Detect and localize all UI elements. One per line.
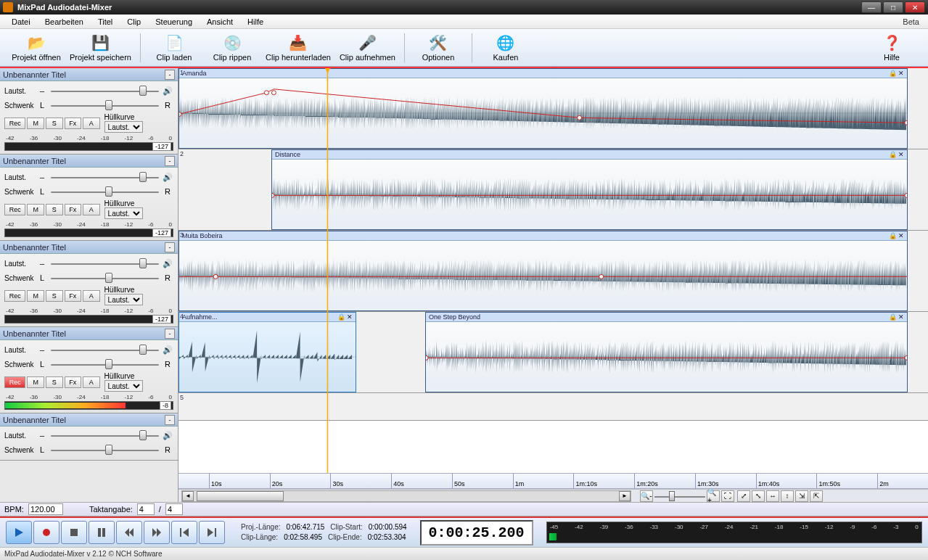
track-mute-button[interactable]: M xyxy=(27,376,44,388)
volume-slider[interactable] xyxy=(48,345,162,355)
track-record-button[interactable]: Rec xyxy=(4,118,25,129)
zoom-tool-1-button[interactable]: ⤡ xyxy=(752,490,765,502)
pause-button[interactable] xyxy=(89,521,115,544)
toolbar-help-button[interactable]: ❓Hilfe xyxy=(863,30,921,65)
menu-steuerung[interactable]: Steuerung xyxy=(148,16,200,28)
pan-slider[interactable] xyxy=(48,186,162,197)
horizontal-scrollbar[interactable]: ◄ ► xyxy=(181,490,631,502)
zoom-slider[interactable] xyxy=(654,491,705,501)
clip-lock-icon[interactable]: 🔒 xyxy=(889,313,897,321)
audio-clip[interactable]: Aufnahme...🔒✕ xyxy=(178,312,356,392)
zoom-tool-0-button[interactable]: ⤢ xyxy=(737,490,750,502)
speaker-icon[interactable]: 🔊 xyxy=(162,259,173,268)
takt-denominator-input[interactable] xyxy=(165,503,183,515)
envelope-select[interactable]: Lautst. xyxy=(104,121,143,133)
pan-slider[interactable] xyxy=(48,100,162,110)
audio-clip[interactable]: One Step Beyond🔒✕ xyxy=(425,312,908,392)
track-fx-button[interactable]: Fx xyxy=(65,118,82,129)
stop-button[interactable] xyxy=(61,521,87,544)
close-button[interactable]: ✕ xyxy=(905,1,925,13)
wave-track-1[interactable]: 1Amanda🔒✕ xyxy=(178,68,928,149)
audio-clip[interactable]: Distance🔒✕ xyxy=(271,149,908,230)
scroll-right-button[interactable]: ► xyxy=(619,491,631,501)
record-button[interactable] xyxy=(33,521,59,544)
track-solo-button[interactable]: S xyxy=(46,376,63,388)
track-mute-button[interactable]: M xyxy=(27,290,44,302)
envelope-select[interactable]: Lautst. xyxy=(104,294,143,305)
audio-clip[interactable]: Muita Bobeira🔒✕ xyxy=(178,231,908,311)
pan-slider[interactable] xyxy=(48,445,162,455)
toolbar-opt-button[interactable]: 🛠️Optionen xyxy=(409,30,467,65)
pan-slider[interactable] xyxy=(48,273,162,283)
track-record-button[interactable]: Rec xyxy=(4,376,25,388)
menu-ansicht[interactable]: Ansicht xyxy=(200,16,240,28)
scroll-thumb[interactable] xyxy=(197,491,284,501)
menu-bearbeiten[interactable]: Bearbeiten xyxy=(38,16,91,28)
envelope-select[interactable]: Lautst. xyxy=(104,207,143,219)
envelope-select[interactable]: Lautst. xyxy=(104,380,143,392)
track-arm-button[interactable]: A xyxy=(83,204,100,215)
playhead[interactable] xyxy=(327,68,328,473)
track-collapse-button[interactable]: - xyxy=(165,242,175,252)
wave-track-3[interactable]: 3Muita Bobeira🔒✕ xyxy=(178,231,928,312)
track-fx-button[interactable]: Fx xyxy=(65,290,82,302)
track-arm-button[interactable]: A xyxy=(83,118,100,129)
volume-slider[interactable] xyxy=(48,86,162,96)
zoom-tool-5-button[interactable]: ⇱ xyxy=(810,490,823,502)
wave-track-5[interactable]: 5 xyxy=(178,393,928,421)
toolbar-buy-button[interactable]: 🌐Kaufen xyxy=(477,30,535,65)
toolbar-rec-button[interactable]: 🎤Clip aufnehmen xyxy=(335,30,400,65)
clip-lock-icon[interactable]: 🔒 xyxy=(889,151,897,158)
track-mute-button[interactable]: M xyxy=(27,118,44,129)
track-fx-button[interactable]: Fx xyxy=(65,204,82,215)
bpm-input[interactable] xyxy=(28,503,63,515)
skip-end-button[interactable] xyxy=(199,521,225,544)
wave-track-4[interactable]: 4Aufnahme...🔒✕One Step Beyond🔒✕ xyxy=(178,312,928,393)
zoom-tool-2-button[interactable]: ↔ xyxy=(766,490,779,502)
menu-clip[interactable]: Clip xyxy=(120,16,148,28)
toolbar-save-button[interactable]: 💾Projekt speichern xyxy=(65,30,136,65)
speaker-icon[interactable]: 🔊 xyxy=(162,345,173,355)
zoom-in-button[interactable]: 🔍+ xyxy=(707,490,720,502)
skip-start-button[interactable] xyxy=(171,521,197,544)
speaker-icon[interactable]: 🔊 xyxy=(162,431,173,440)
zoom-out-button[interactable]: 🔍- xyxy=(640,490,653,502)
toolbar-dl-button[interactable]: 📥Clip herunterladen xyxy=(261,30,335,65)
track-record-button[interactable]: Rec xyxy=(4,204,25,215)
toolbar-open-button[interactable]: 📂Projekt öffnen xyxy=(7,30,65,65)
track-mute-button[interactable]: M xyxy=(27,204,44,215)
track-arm-button[interactable]: A xyxy=(83,290,100,302)
zoom-tool-4-button[interactable]: ⇲ xyxy=(795,490,808,502)
track-solo-button[interactable]: S xyxy=(46,204,63,215)
speaker-icon[interactable]: 🔊 xyxy=(162,86,173,96)
maximize-button[interactable]: □ xyxy=(883,1,903,13)
clip-close-icon[interactable]: ✕ xyxy=(898,232,904,239)
wave-track-2[interactable]: 2Distance🔒✕ xyxy=(178,149,928,231)
track-collapse-button[interactable]: - xyxy=(165,415,175,425)
track-collapse-button[interactable]: - xyxy=(165,70,175,80)
scroll-left-button[interactable]: ◄ xyxy=(182,491,194,501)
toolbar-rip-button[interactable]: 💿Clip rippen xyxy=(203,30,261,65)
pan-slider[interactable] xyxy=(48,359,162,369)
clip-close-icon[interactable]: ✕ xyxy=(898,151,904,158)
play-button[interactable] xyxy=(6,521,32,544)
track-collapse-button[interactable]: - xyxy=(165,329,175,339)
toolbar-load-button[interactable]: 📄Clip laden xyxy=(145,30,203,65)
audio-clip[interactable]: Amanda🔒✕ xyxy=(178,68,908,149)
track-solo-button[interactable]: S xyxy=(46,290,63,302)
clip-lock-icon[interactable]: 🔒 xyxy=(337,313,345,321)
minimize-button[interactable]: — xyxy=(861,1,882,13)
track-solo-button[interactable]: S xyxy=(46,118,63,129)
takt-numerator-input[interactable] xyxy=(137,503,155,515)
zoom-fit-button[interactable]: ⛶ xyxy=(721,490,734,502)
time-ruler[interactable]: 10s20s30s40s50s1m1m:10s1m:20s1m:30s1m:40… xyxy=(178,473,928,489)
menu-titel[interactable]: Titel xyxy=(91,16,120,28)
forward-button[interactable] xyxy=(144,521,170,544)
menu-hilfe[interactable]: Hilfe xyxy=(240,16,271,28)
clip-lock-icon[interactable]: 🔒 xyxy=(889,232,897,239)
clip-close-icon[interactable]: ✕ xyxy=(898,313,904,321)
track-record-button[interactable]: Rec xyxy=(4,290,25,302)
volume-slider[interactable] xyxy=(48,258,162,268)
rewind-button[interactable] xyxy=(116,521,142,544)
menu-datei[interactable]: Datei xyxy=(4,16,38,28)
